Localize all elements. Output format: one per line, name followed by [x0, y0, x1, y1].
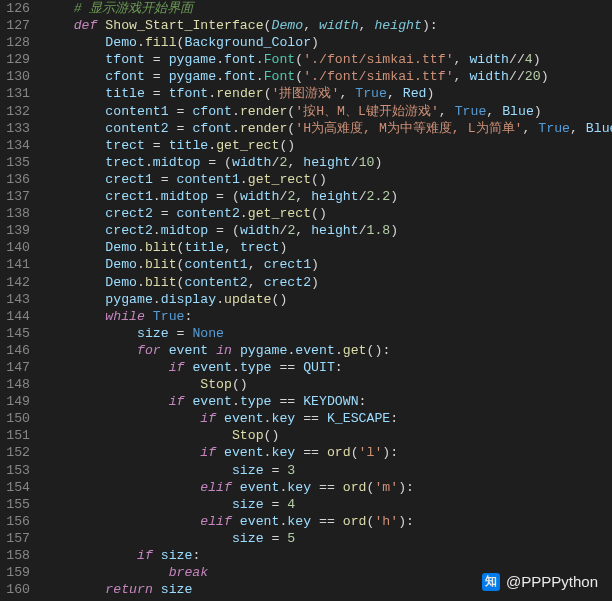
line-number: 131 [6, 85, 30, 102]
token-keyword: in [216, 343, 232, 358]
token-func: Show_Start_Interface [105, 18, 263, 33]
token-punc: . [137, 257, 145, 272]
token-ident: type [240, 394, 272, 409]
token-punc: . [153, 292, 161, 307]
code-line[interactable]: Demo.blit(content2, crect2) [42, 274, 612, 291]
code-line[interactable]: if event.type == KEYDOWN: [42, 393, 612, 410]
code-line[interactable]: size = 5 [42, 530, 612, 547]
code-line[interactable]: elif event.key == ord('m'): [42, 479, 612, 496]
code-line[interactable]: Demo.blit(title, trect) [42, 239, 612, 256]
token-op: = [145, 86, 169, 101]
token-punc: ) [398, 480, 406, 495]
token-punc: . [240, 172, 248, 187]
token-punc: () [279, 138, 295, 153]
token-punc: . [208, 138, 216, 153]
token-punc: . [137, 275, 145, 290]
line-number: 138 [6, 205, 30, 222]
line-number: 139 [6, 222, 30, 239]
token-punc: ) [426, 86, 434, 101]
token-punc: , [303, 18, 311, 33]
token-ident: K_ESCAPE [327, 411, 390, 426]
code-line[interactable]: if event.key == K_ESCAPE: [42, 410, 612, 427]
token-op: == [295, 445, 327, 460]
code-line[interactable]: size = 4 [42, 496, 612, 513]
line-number-gutter: 1261271281291301311321331341351361371381… [0, 0, 38, 601]
token-ident: cfont [192, 121, 232, 136]
code-area[interactable]: # 显示游戏开始界面 def Show_Start_Interface(Demo… [38, 0, 612, 601]
token-keyword: elif [200, 480, 232, 495]
token-punc: : [359, 394, 367, 409]
token-num: 4 [525, 52, 533, 67]
code-line[interactable]: Demo.blit(content1, crect1) [42, 256, 612, 273]
token-func: Stop [232, 428, 264, 443]
token-punc: . [264, 445, 272, 460]
token-ident: content2 [105, 121, 168, 136]
token-func: blit [145, 275, 177, 290]
line-number: 144 [6, 308, 30, 325]
code-line[interactable]: content2 = cfont.render('H为高难度, M为中等难度, … [42, 120, 612, 137]
token-keyword: elif [200, 514, 232, 529]
token-punc: , [454, 69, 462, 84]
token-punc: . [232, 104, 240, 119]
code-line[interactable]: if size: [42, 547, 612, 564]
code-line[interactable]: size = None [42, 325, 612, 342]
code-line[interactable]: if event.key == ord('l'): [42, 444, 612, 461]
code-line[interactable]: if event.type == QUIT: [42, 359, 612, 376]
code-line[interactable]: cfont = pygame.font.Font('./font/simkai.… [42, 68, 612, 85]
token-punc: () [272, 292, 288, 307]
token-punc: . [216, 52, 224, 67]
line-number: 136 [6, 171, 30, 188]
token-op [494, 104, 502, 119]
token-punc: ) [311, 257, 319, 272]
code-line[interactable]: crect2.midtop = (width/2, height/1.8) [42, 222, 612, 239]
token-ident: width [469, 52, 509, 67]
token-punc: . [256, 52, 264, 67]
token-keyword: break [169, 565, 209, 580]
code-line[interactable]: pygame.display.update() [42, 291, 612, 308]
code-line[interactable]: Stop() [42, 427, 612, 444]
code-line[interactable]: tfont = pygame.font.Font('./font/simkai.… [42, 51, 612, 68]
token-punc: . [153, 189, 161, 204]
token-op: == [311, 480, 343, 495]
token-keyword: if [169, 360, 185, 375]
token-ident: trect [105, 138, 145, 153]
token-op [153, 548, 161, 563]
line-number: 126 [6, 0, 30, 17]
token-ident: midtop [161, 189, 208, 204]
token-ident: content1 [177, 172, 240, 187]
token-ident: width [469, 69, 509, 84]
code-line[interactable]: trect = title.get_rect() [42, 137, 612, 154]
token-ident: event [192, 394, 232, 409]
code-line[interactable]: title = tfont.render('拼图游戏', True, Red) [42, 85, 612, 102]
token-op: = [169, 104, 193, 119]
token-num: 5 [287, 531, 295, 546]
token-ident: height [311, 223, 358, 238]
code-line[interactable]: elif event.key == ord('h'): [42, 513, 612, 530]
token-ident: event [295, 343, 335, 358]
token-ident: key [272, 445, 296, 460]
token-op: = [145, 52, 169, 67]
token-punc: , [224, 240, 232, 255]
code-line[interactable]: crect1.midtop = (width/2, height/2.2) [42, 188, 612, 205]
code-line[interactable]: size = 3 [42, 462, 612, 479]
token-func: blit [145, 257, 177, 272]
token-func: render [216, 86, 263, 101]
code-line[interactable]: crect2 = content2.get_rect() [42, 205, 612, 222]
token-func: update [224, 292, 271, 307]
token-ident: size [232, 531, 264, 546]
code-line[interactable]: content1 = cfont.render('按H、M、L键开始游戏', T… [42, 103, 612, 120]
code-line[interactable]: for event in pygame.event.get(): [42, 342, 612, 359]
code-line[interactable]: def Show_Start_Interface(Demo, width, he… [42, 17, 612, 34]
token-num: 20 [525, 69, 541, 84]
line-number: 150 [6, 410, 30, 427]
code-line[interactable]: crect1 = content1.get_rect() [42, 171, 612, 188]
code-line[interactable]: Stop() [42, 376, 612, 393]
line-number: 134 [6, 137, 30, 154]
code-line[interactable]: trect.midtop = (width/2, height/10) [42, 154, 612, 171]
code-line[interactable]: # 显示游戏开始界面 [42, 0, 612, 17]
line-number: 128 [6, 34, 30, 51]
code-line[interactable]: Demo.fill(Background_Color) [42, 34, 612, 51]
code-line[interactable]: while True: [42, 308, 612, 325]
token-op: = [169, 121, 193, 136]
token-punc: ) [279, 240, 287, 255]
